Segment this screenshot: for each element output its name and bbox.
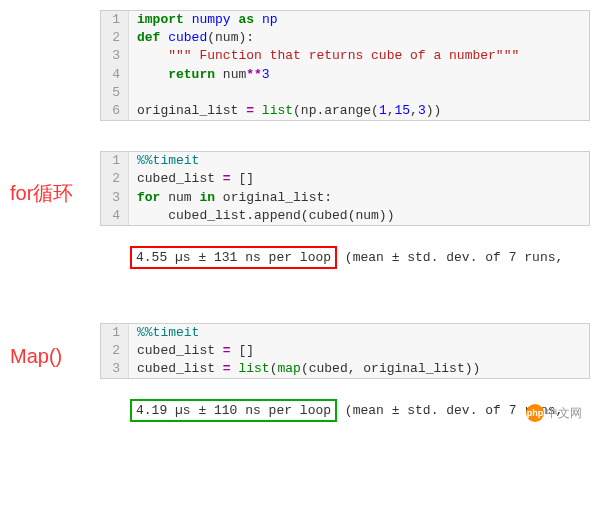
code-block-map: 1 %%timeit 2 cubed_list = [] 3 cubed_lis… (100, 323, 590, 380)
watermark: php 中文网 (526, 404, 582, 422)
line-number: 2 (101, 342, 129, 360)
code-line: return num**3 (129, 66, 589, 84)
code-line: %%timeit (129, 152, 589, 170)
output-map: 4.19 µs ± 110 ns per loop (mean ± std. d… (128, 395, 590, 426)
code-line: import numpy as np (129, 11, 589, 29)
timing-highlight-map: 4.19 µs ± 110 ns per loop (130, 399, 337, 422)
line-number: 6 (101, 102, 129, 120)
code-block-setup: 1 import numpy as np 2 def cubed(num): 3… (100, 10, 590, 121)
line-number: 4 (101, 207, 129, 225)
line-number: 2 (101, 170, 129, 188)
watermark-icon: php (526, 404, 544, 422)
code-line: cubed_list = list(map(cubed, original_li… (129, 360, 589, 378)
code-line: for num in original_list: (129, 189, 589, 207)
line-number: 3 (101, 189, 129, 207)
code-line: original_list = list(np.arange(1,15,3)) (129, 102, 589, 120)
line-number: 3 (101, 360, 129, 378)
code-line: %%timeit (129, 324, 589, 342)
output-for: 4.55 µs ± 131 ns per loop (mean ± std. d… (128, 242, 590, 273)
line-number: 3 (101, 47, 129, 65)
line-number: 1 (101, 152, 129, 170)
line-number: 1 (101, 324, 129, 342)
code-line: cubed_list.append(cubed(num)) (129, 207, 589, 225)
code-line: """ Function that returns cube of a numb… (129, 47, 589, 65)
section-label-map: Map() (10, 345, 100, 368)
line-number: 1 (101, 11, 129, 29)
line-number: 5 (101, 84, 129, 102)
watermark-text: 中文网 (546, 405, 582, 422)
code-line: cubed_list = [] (129, 342, 589, 360)
timing-highlight-for: 4.55 µs ± 131 ns per loop (130, 246, 337, 269)
code-line (129, 84, 589, 102)
code-line: cubed_list = [] (129, 170, 589, 188)
code-block-for: 1 %%timeit 2 cubed_list = [] 3 for num i… (100, 151, 590, 226)
code-line: def cubed(num): (129, 29, 589, 47)
line-number: 2 (101, 29, 129, 47)
line-number: 4 (101, 66, 129, 84)
section-label-for: for循环 (10, 180, 100, 207)
